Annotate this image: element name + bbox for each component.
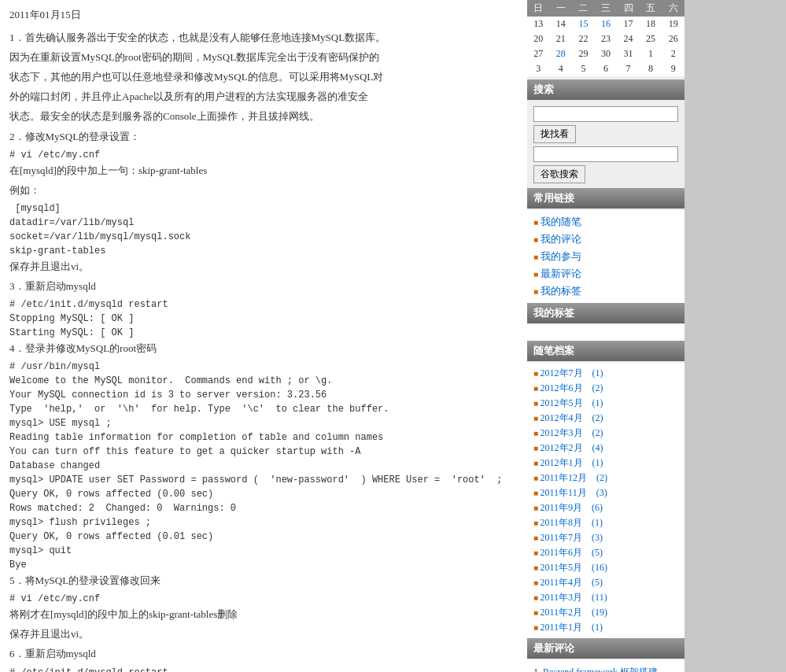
comment-link[interactable]: Re:zend framework 框架搭建 — [543, 666, 658, 672]
list-item[interactable]: 我的标签 — [533, 282, 678, 300]
calendar-day-cell[interactable]: 28 — [550, 46, 573, 61]
archive-link[interactable]: 2011年6月 (5) — [541, 547, 603, 558]
archive-item[interactable]: 2012年2月 (4) — [533, 441, 678, 456]
baidu-search-button[interactable]: 拢找看 — [533, 125, 576, 143]
content-line: 状态。最安全的状态是到服务器的Console上面操作，并且拔掉网线。 — [9, 108, 518, 125]
archive-link[interactable]: 2011年7月 (3) — [541, 532, 603, 543]
search-body: 拢找看 谷歌搜索 — [527, 102, 685, 188]
archive-link[interactable]: 2012年3月 (2) — [541, 427, 603, 438]
archive-link[interactable]: 2012年6月 (2) — [541, 382, 603, 393]
archive-link[interactable]: 2011年2月 (19) — [541, 607, 608, 618]
calendar-day-cell: 13 — [527, 17, 550, 31]
content-line: 4．登录并修改MySQL的root密码 — [9, 340, 518, 357]
archive-item[interactable]: 2011年5月 (16) — [533, 560, 678, 575]
tags-header: 我的标签 — [527, 303, 685, 323]
archive-link[interactable]: 2011年4月 (5) — [541, 577, 603, 588]
archive-link[interactable]: 2012年7月 (1) — [541, 367, 603, 378]
archive-item[interactable]: 2012年6月 (2) — [533, 381, 678, 396]
content-line: 保存并且退出vi。 — [9, 258, 518, 275]
archive-link[interactable]: 2011年12月 (2) — [541, 472, 608, 483]
common-link[interactable]: 我的评论 — [541, 233, 581, 245]
calendar-day-cell[interactable]: 15 — [572, 17, 595, 31]
calendar-header-cell: 三 — [595, 0, 618, 17]
archive-item[interactable]: 2011年9月 (6) — [533, 500, 678, 515]
common-link[interactable]: 我的参与 — [541, 250, 581, 262]
archive-link[interactable]: 2011年5月 (16) — [541, 562, 608, 573]
archive-item[interactable]: 2012年3月 (2) — [533, 426, 678, 441]
google-search-button[interactable]: 谷歌搜索 — [533, 165, 585, 183]
archive-item[interactable]: 2011年8月 (1) — [533, 515, 678, 530]
archive-link[interactable]: 2012年2月 (4) — [541, 442, 603, 453]
content-line: 保存并且退出vi。 — [9, 626, 518, 643]
calendar-day-cell: 31 — [617, 46, 640, 61]
archive-item[interactable]: 2012年1月 (1) — [533, 456, 678, 471]
archive-item[interactable]: 2011年12月 (2) — [533, 471, 678, 486]
common-link[interactable]: 我的随笔 — [541, 216, 581, 227]
calendar-day-cell[interactable]: 16 — [595, 17, 618, 31]
calendar-header-cell: 六 — [662, 0, 685, 17]
archive-item[interactable]: 2011年3月 (11) — [533, 590, 678, 605]
calendar-day-link[interactable]: 15 — [578, 18, 588, 29]
archive-item[interactable]: 2012年4月 (2) — [533, 411, 678, 426]
code-line: mysql> flush privileges ; — [9, 515, 518, 530]
archive-link[interactable]: 2011年1月 (1) — [541, 622, 603, 633]
code-line: Bye — [9, 558, 518, 572]
search-input-2[interactable] — [533, 146, 678, 162]
common-link[interactable]: 我的标签 — [541, 285, 581, 297]
archive-link[interactable]: 2012年4月 (2) — [541, 412, 603, 423]
code-line: mysql> quit — [9, 544, 518, 558]
calendar-day-cell: 14 — [550, 17, 573, 31]
archive-link[interactable]: 2011年9月 (6) — [541, 502, 603, 513]
code-line: Type 'help,' or '\h' for help. Type '\c'… — [9, 402, 518, 416]
archive-item[interactable]: 2011年7月 (3) — [533, 530, 678, 545]
archive-item[interactable]: 2011年6月 (5) — [533, 545, 678, 560]
search-input-1[interactable] — [533, 106, 678, 122]
calendar-day-cell: 21 — [550, 31, 573, 46]
list-item[interactable]: 我的随笔 — [533, 213, 678, 231]
code-line: [mysqld] — [9, 201, 518, 216]
archive-item[interactable]: 2011年4月 (5) — [533, 575, 678, 590]
archive-item[interactable]: 2012年7月 (1) — [533, 366, 678, 381]
calendar-day-cell: 2 — [662, 46, 685, 61]
main-content: 2011年01月15日1．首先确认服务器出于安全的状态，也就是没有人能够任意地连… — [0, 0, 527, 672]
calendar-day-cell: 20 — [527, 31, 550, 46]
calendar-day-cell: 8 — [640, 61, 662, 76]
comments-section: 最新评论 1. Re:zend framework 框架搭建 php菜鸟，讲解的… — [527, 638, 685, 672]
calendar-day-cell: 19 — [662, 17, 685, 31]
archive-link[interactable]: 2012年1月 (1) — [541, 457, 603, 468]
calendar-day-link[interactable]: 16 — [601, 18, 611, 29]
content-line: 外的端口封闭，并且停止Apache以及所有的用户进程的方法实现服务器的准安全 — [9, 88, 518, 105]
archive-item[interactable]: 2012年5月 (1) — [533, 396, 678, 411]
calendar-day-cell: 22 — [572, 31, 595, 46]
code-line: mysql> UPDATE user SET Password = passwo… — [9, 473, 518, 487]
archive-list: 2012年7月 (1)2012年6月 (2)2012年5月 (1)2012年4月… — [527, 363, 685, 638]
content-line: 5．将MySQL的登录设置修改回来 — [9, 572, 518, 589]
archive-item[interactable]: 2011年11月 (3) — [533, 486, 678, 500]
code-line: You can turn off this feature to get a q… — [9, 445, 518, 459]
archive-item[interactable]: 2011年1月 (1) — [533, 620, 678, 635]
tags-section: 我的标签 — [527, 303, 685, 341]
content-line: 将刚才在[mysqld]的段中加上的skip-grant-tables删除 — [9, 606, 518, 623]
calendar-header-cell: 一 — [550, 0, 573, 17]
archive-link[interactable]: 2011年3月 (11) — [541, 592, 607, 603]
code-line: socket=/var/lib/mysql/mysql.sock — [9, 230, 518, 244]
code-line: # /etc/init.d/mysqld restart — [9, 297, 518, 312]
archive-link[interactable]: 2011年11月 (3) — [541, 487, 607, 498]
archive-link[interactable]: 2011年8月 (1) — [541, 517, 603, 528]
code-line: # /etc/init.d/mysqld restart — [9, 666, 518, 673]
content-line: 在[mysqld]的段中加上一句：skip-grant-tables — [9, 162, 518, 179]
archive-item[interactable]: 2011年2月 (19) — [533, 605, 678, 620]
content-line: 状态下，其他的用户也可以任意地登录和修改MySQL的信息。可以采用将MySQL对 — [9, 68, 518, 86]
calendar-day-cell: 1 — [640, 46, 662, 61]
calendar-header-cell: 五 — [640, 0, 662, 17]
common-link[interactable]: 最新评论 — [541, 268, 581, 279]
calendar-header-cell: 二 — [572, 0, 595, 17]
archive-link[interactable]: 2012年5月 (1) — [541, 397, 603, 408]
list-item[interactable]: 我的参与 — [533, 248, 678, 265]
calendar-day-link[interactable]: 28 — [556, 48, 566, 59]
code-line: # vi /etc/my.cnf — [9, 148, 518, 162]
content-line: 因为在重新设置MySQL的root密码的期间，MySQL数据库完全出于没有密码保… — [9, 49, 518, 66]
list-item[interactable]: 我的评论 — [533, 231, 678, 248]
search-header: 搜索 — [527, 79, 685, 100]
list-item[interactable]: 最新评论 — [533, 265, 678, 282]
